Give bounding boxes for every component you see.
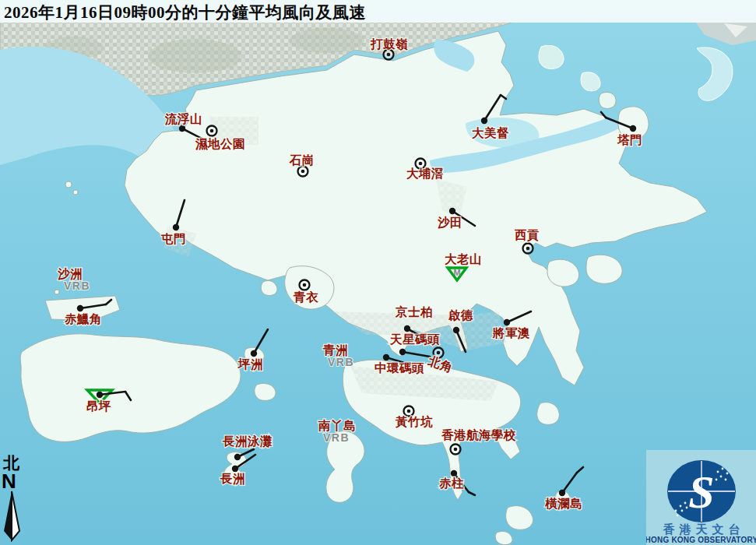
station-dot xyxy=(404,325,410,332)
vrb-label: VRB xyxy=(328,356,354,368)
station-label: 京士柏 xyxy=(395,305,433,318)
station-dot xyxy=(399,349,406,355)
logo-monogram: S xyxy=(688,466,714,518)
calm-wind-dot xyxy=(387,53,391,57)
station-dot xyxy=(481,118,487,124)
compass: 北 N xyxy=(2,455,28,545)
maintenance-m-label: M xyxy=(453,268,460,277)
wind-map-screen: 打鼓嶺流浮山濕地公園石崗大美督塔門大埔滘沙田西貢M大老山屯門沙洲VRB赤鱲角青衣… xyxy=(0,0,756,545)
station-label: 昂坪 xyxy=(86,399,111,413)
station-label: 中環碼頭 xyxy=(374,361,424,374)
station-dot xyxy=(173,224,179,230)
station-label: 將軍澳 xyxy=(492,326,530,339)
station-label: 沙田 xyxy=(438,216,462,229)
logo-org-en: HONG KONG OBSERVATORY xyxy=(646,536,756,544)
station-label: 青洲 xyxy=(322,343,348,357)
station-label: 大老山 xyxy=(445,252,482,265)
station-label: 青衣 xyxy=(293,290,318,304)
calm-wind-dot xyxy=(210,129,214,133)
hko-logo-icon: S 香港天文台 HONG KONG OBSERVATORY xyxy=(646,450,756,545)
station-dot xyxy=(77,305,83,311)
station-label: 坪洲 xyxy=(237,357,263,371)
station-label: 塔門 xyxy=(617,133,642,146)
station-label: 香港航海學校 xyxy=(441,428,516,441)
station-dot xyxy=(453,327,459,333)
calm-wind-dot xyxy=(454,448,458,452)
station-label: 啟德 xyxy=(448,308,473,322)
station-label: 濕地公園 xyxy=(195,137,245,150)
station-label: 黃竹坑 xyxy=(395,415,433,428)
calm-wind-dot xyxy=(303,283,307,287)
calm-wind-dot xyxy=(301,170,305,174)
station-dot xyxy=(504,319,510,325)
lung-kwu-chau-islet xyxy=(73,190,78,195)
station-label: 屯門 xyxy=(160,232,186,245)
station-label: 西貢 xyxy=(514,228,540,242)
hong-kong-map: 打鼓嶺流浮山濕地公園石崗大美督塔門大埔滘沙田西貢M大老山屯門沙洲VRB赤鱲角青衣… xyxy=(0,0,756,545)
station-dot xyxy=(97,392,103,398)
station-label: 天星碼頭 xyxy=(389,332,440,346)
station-dot xyxy=(234,454,241,460)
hko-logo: S 香港天文台 HONG KONG OBSERVATORY xyxy=(646,450,756,545)
station-dot xyxy=(451,470,457,476)
north-arrow-icon xyxy=(2,490,23,542)
station-dot xyxy=(559,490,565,496)
grass-island xyxy=(599,92,616,108)
station-label: 打鼓嶺 xyxy=(370,37,408,51)
station-dot xyxy=(179,125,185,132)
compass-north-letter: N xyxy=(2,472,28,490)
station-label: 石崗 xyxy=(289,153,315,167)
station-dot xyxy=(630,125,636,132)
station-label: 赤鱲角 xyxy=(64,312,102,325)
calm-wind-dot xyxy=(419,162,423,166)
vrb-label: VRB xyxy=(323,431,350,444)
station-label: 長洲 xyxy=(220,472,245,485)
station-label: 橫瀾島 xyxy=(544,497,582,510)
page-title: 2026年1月16日09時00分的十分鐘平均風向及風速 xyxy=(0,0,756,23)
calm-wind-dot xyxy=(407,410,411,413)
calm-wind-dot xyxy=(437,351,441,355)
logo-org-zh: 香港天文台 xyxy=(663,522,745,536)
hei-ling-chau xyxy=(255,383,276,400)
calm-wind-dot xyxy=(526,247,530,251)
station-label: 赤柱 xyxy=(438,476,464,490)
station-label: 大美督 xyxy=(472,126,509,139)
station-label: 流浮山 xyxy=(164,112,202,125)
vrb-label: VRB xyxy=(64,280,90,292)
station-dot xyxy=(232,466,238,472)
station-label: 長洲泳灘 xyxy=(222,434,273,448)
station-dot xyxy=(449,208,455,214)
title-bar: 2026年1月16日09時00分的十分鐘平均風向及風速 xyxy=(0,0,756,23)
station-label: 沙洲 xyxy=(58,267,83,280)
station-label: 南丫島 xyxy=(318,419,356,432)
station-dot xyxy=(383,354,389,360)
islet xyxy=(55,290,59,294)
sha-chau-islet xyxy=(65,181,72,188)
station-label: 大埔滘 xyxy=(406,167,444,180)
station-dot xyxy=(251,350,257,357)
